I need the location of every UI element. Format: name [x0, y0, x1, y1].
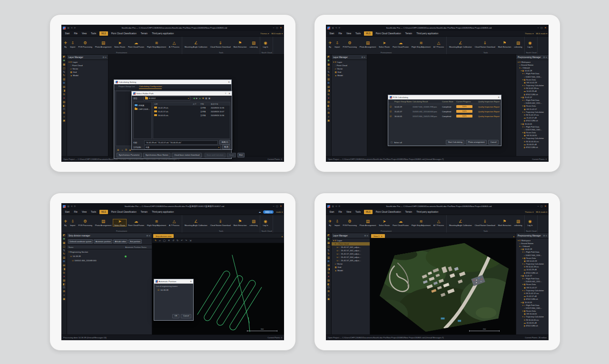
save-icon[interactable]: ▤: [332, 205, 334, 207]
side-tool-icon[interactable]: ▤: [327, 264, 330, 267]
cancel-button[interactable]: Cancel: [181, 314, 191, 319]
toolbar-button[interactable]: ⚑Mark Extraction: [497, 219, 513, 226]
table-row[interactable]: ☑ 16-04-05 115572.800_116525.398.pos Com…: [388, 114, 501, 118]
tree-item[interactable]: ▮47012.5280.uh: [516, 324, 549, 327]
chevron-down-icon[interactable]: ▾: [512, 236, 516, 238]
strip-action-button[interactable]: Automatic partition: [94, 239, 112, 244]
toolbar-button[interactable]: △A-T Process: [167, 40, 181, 48]
toolbar-button[interactable]: ≋Flight Strip Adjustment: [410, 219, 432, 226]
side-tool-icon[interactable]: ▥: [63, 78, 65, 81]
side-tool-icon[interactable]: ▧: [63, 101, 65, 104]
side-tool-icon[interactable]: ↻: [63, 253, 65, 256]
dialog-button[interactable]: Synchronous Parameter: [117, 153, 142, 157]
panel-controls-icon[interactable]: ⊡ ✕: [103, 56, 107, 59]
place-my-computer[interactable]: 此电脑: [134, 103, 151, 107]
table-row[interactable]: ☑ 15-41-57 114105.402_115144.600.pos Com…: [388, 109, 501, 114]
tab-view-1[interactable]: View 1✕: [371, 234, 385, 238]
side-tool-icon[interactable]: ⊞: [327, 260, 330, 263]
help-icon[interactable]: ?: [225, 92, 226, 95]
side-tool-icon[interactable]: ◧: [63, 283, 65, 286]
menu-item[interactable]: Third party application: [414, 31, 441, 36]
menu-item[interactable]: Point Cloud Classification: [373, 209, 403, 215]
side-tool-icon[interactable]: ⌗: [63, 294, 65, 297]
toolbar-button[interactable]: ➤Select Route: [113, 219, 127, 226]
quality-report-link[interactable]: Quality Inspection Report: [478, 110, 500, 113]
dialog-close-icon[interactable]: ✕: [228, 81, 230, 83]
menu-item[interactable]: Point Cloud Classification: [109, 209, 138, 215]
toolbar-button[interactable]: ◉Log In: [261, 40, 269, 48]
undo-icon[interactable]: ⟲: [335, 27, 337, 29]
tab-strip-division-view[interactable]: Strip division view: [153, 234, 174, 238]
side-tool-icon[interactable]: ◧: [327, 105, 330, 108]
themes-menu[interactable]: Themes ▾: [260, 32, 269, 35]
dialog-tool-icon[interactable]: ＋: [121, 148, 123, 151]
toolbar-button[interactable]: ◉Log In: [526, 40, 534, 48]
side-tool-icon[interactable]: ⌗: [328, 294, 329, 297]
side-tool-icon[interactable]: ▦: [63, 242, 65, 245]
mode-menu[interactable]: mode ▾: [276, 211, 283, 213]
toolbar-button[interactable]: ⚙POS Processing: [77, 40, 93, 48]
toolbar-button[interactable]: ≋Flight Strip Adjustment: [410, 40, 432, 48]
toolbar-button[interactable]: ▤Photo Arrangement: [94, 40, 113, 48]
themes-menu[interactable]: Themes ▾: [525, 32, 533, 35]
dialog-tool-icon[interactable]: ⧉: [125, 148, 127, 151]
dialog-close-icon[interactable]: ✕: [228, 92, 230, 95]
side-tool-icon[interactable]: ◩: [63, 234, 65, 237]
redo-icon[interactable]: ⟳: [74, 205, 76, 207]
view-tool-icon[interactable]: ▱: [159, 239, 161, 242]
side-tool-icon[interactable]: ⊡: [63, 108, 65, 111]
checkbox-icon[interactable]: ☑: [157, 289, 159, 291]
menu-item[interactable]: File: [336, 31, 344, 36]
toolbar-button[interactable]: ⇩Import: [333, 40, 341, 48]
toolbar-button[interactable]: ⇩Import: [333, 219, 341, 226]
toolbar-button[interactable]: ▨colorizing: [248, 40, 259, 48]
view-tool-icon[interactable]: ↻: [177, 239, 178, 242]
tree-item[interactable]: ▦Grid: [67, 70, 108, 74]
side-tool-icon[interactable]: ⇅: [63, 249, 65, 252]
toolbar-button[interactable]: ▤Photo Arrangement: [94, 219, 113, 226]
menu-item[interactable]: Terrain: [403, 209, 414, 215]
toolbar-button[interactable]: ⇓Cloud Station Download: [473, 219, 497, 226]
menu-item[interactable]: Terrain: [138, 31, 149, 36]
side-tool-icon[interactable]: ▦: [327, 63, 330, 66]
file-row[interactable]: 16-04-05.uls 文件夹 2024/8/26 10:36: [153, 113, 230, 117]
file-nav-icon[interactable]: ◀: [193, 97, 195, 99]
menu-item[interactable]: Point Cloud Classification: [373, 31, 403, 36]
toolbar-button[interactable]: ▨colorizing: [248, 219, 259, 226]
menu-item[interactable]: MLS: [364, 31, 373, 36]
strip-action-button[interactable]: Altitude editor: [113, 239, 128, 244]
file-nav-icon[interactable]: ▶: [196, 97, 197, 99]
side-tool-icon[interactable]: ▤: [327, 86, 330, 89]
redo-icon[interactable]: ⟳: [74, 27, 76, 29]
side-tool-icon[interactable]: ◫: [63, 246, 65, 248]
undo-icon[interactable]: ⟲: [335, 205, 337, 207]
menu-item[interactable]: Tools: [354, 31, 363, 36]
side-tool-icon[interactable]: ▧: [63, 279, 65, 282]
menu-item[interactable]: Tools: [89, 209, 98, 215]
panel-controls-icon[interactable]: ⊡ ✕: [364, 235, 368, 237]
side-tool-icon[interactable]: ↻: [63, 74, 65, 77]
toolbar-button[interactable]: ✈By: [327, 40, 333, 48]
side-tool-icon[interactable]: ✕: [63, 97, 65, 100]
side-tool-icon[interactable]: ↻: [327, 74, 330, 77]
toolbar-button[interactable]: ⇩Import: [69, 219, 77, 226]
tree-item[interactable]: ▦Grid: [332, 70, 367, 74]
tree-item[interactable]: ☑ ∴15-41-57_005_adjus…: [332, 259, 370, 262]
quality-report-link[interactable]: Quality Inspection Report: [478, 106, 500, 108]
toolbar-button[interactable]: ✈By: [62, 219, 69, 226]
close-button[interactable]: ✕: [280, 205, 282, 207]
promo-badge[interactable]: 体验2.0: [263, 210, 274, 214]
toolbar-button[interactable]: ☁Point Cloud Fusion: [391, 219, 410, 226]
toolbar-button[interactable]: ⚙POS Processing: [341, 219, 358, 226]
menu-item[interactable]: Third party application: [414, 209, 441, 215]
toolbar-button[interactable]: ⇩Import: [69, 40, 77, 48]
redo-icon[interactable]: ⟳: [339, 27, 341, 29]
menu-item[interactable]: Terrain: [138, 209, 149, 215]
side-tool-icon[interactable]: ◫: [63, 67, 65, 70]
toolbar-button[interactable]: △A-T Process: [432, 40, 445, 48]
menu-item[interactable]: File: [72, 31, 80, 36]
mode-menu[interactable]: MLS mode ▾: [536, 211, 547, 213]
side-tool-icon[interactable]: ⧉: [328, 272, 330, 275]
toolbar-button[interactable]: ➤Select Route: [377, 40, 391, 48]
toolbar-button[interactable]: ⚙POS Processing: [341, 40, 358, 48]
